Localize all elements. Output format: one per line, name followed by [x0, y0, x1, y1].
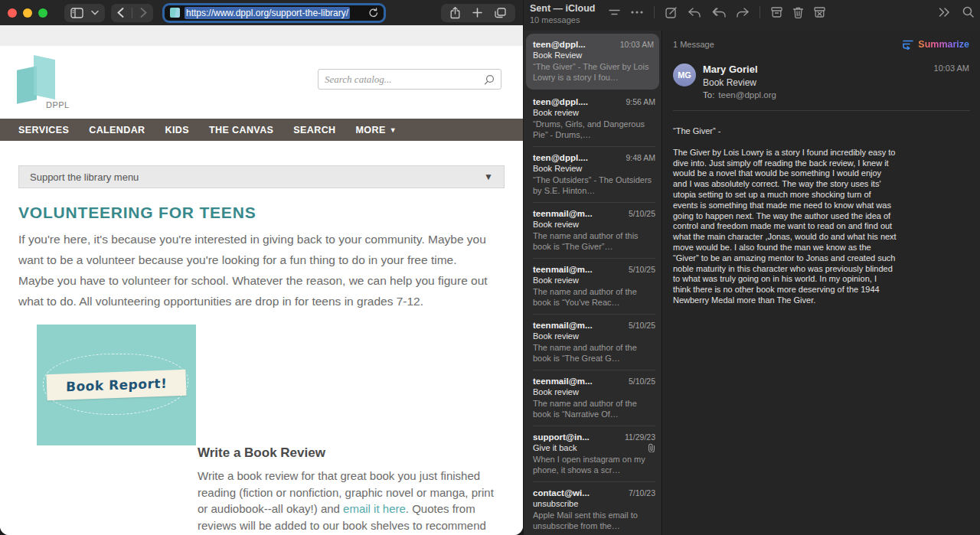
message-row[interactable]: teen@dppl....9:56 AM Book review “Drums,…	[524, 91, 662, 147]
site-nav: SERVICES CALENDAR KIDS THE CANVAS SEARCH…	[0, 119, 523, 141]
toolbar-divider	[132, 8, 132, 18]
close-window-button[interactable]	[8, 8, 17, 18]
dropdown-arrow-icon: ▼	[484, 171, 493, 182]
section-menu-label: Support the library menu	[30, 171, 139, 183]
dppl-logo[interactable]: DPPL	[17, 57, 64, 105]
search-icon[interactable]	[484, 74, 495, 85]
message-time: 5/10/25	[629, 265, 655, 274]
book-review-section: Book Report! Write a Book Review Write a…	[0, 325, 523, 535]
to-label: To:	[703, 90, 714, 99]
email-it-here-link[interactable]: email it here	[343, 502, 406, 515]
message-row[interactable]: teenmail@m...5/10/25 Book review The nam…	[524, 370, 662, 426]
message-sender: teen@dppl....	[533, 97, 588, 106]
message-body: “The Giver” - The Giver by Lois Lowry is…	[663, 111, 897, 306]
message-sender: support@in...	[533, 432, 590, 442]
message-header: MG Mary Goriel Book Review To:teen@dppl.…	[663, 50, 980, 99]
sidebar-toggle-icon[interactable]	[70, 8, 83, 18]
mail-window: Sent — iCloud 10 messages	[524, 0, 980, 535]
reply-icon[interactable]	[688, 8, 701, 18]
message-preview: The name and author of the book is “The …	[533, 342, 655, 364]
book-review-text: Write a book review for that great book …	[198, 468, 504, 535]
book-report-banner: Book Report!	[46, 370, 186, 400]
share-icon[interactable]	[450, 7, 460, 19]
toolbar-divider	[654, 6, 655, 18]
mailbox-title: Sent — iCloud	[530, 3, 595, 15]
message-list[interactable]: teen@dppl...10:03 AM Book Review “The Gi…	[524, 31, 662, 535]
site-header: DPPL	[0, 46, 523, 119]
recipient-line: To:teen@dppl.org	[703, 90, 934, 99]
message-preview: The name and author of this book is “The…	[533, 230, 655, 252]
more-actions-icon[interactable]	[631, 11, 643, 14]
message-row[interactable]: teenmail@m...5/10/25 Book review The nam…	[524, 315, 662, 370]
safari-window: https://www.dppl.org/support-the-library…	[0, 0, 523, 535]
message-header-main: Mary Goriel Book Review To:teen@dppl.org	[703, 64, 934, 99]
message-time: 11/29/23	[625, 432, 655, 442]
tab-overview-icon[interactable]	[495, 8, 506, 18]
nav-item-services[interactable]: SERVICES	[18, 125, 69, 135]
message-row-selected[interactable]: teen@dppl...10:03 AM Book Review “The Gi…	[526, 34, 659, 90]
message-preview: “The Giver” - The Giver by Lois Lowry is…	[533, 61, 654, 83]
message-sender: teenmail@m...	[533, 321, 593, 330]
reload-icon[interactable]	[369, 8, 378, 18]
to-address[interactable]: teen@dppl.org	[718, 90, 776, 99]
message-time: 9:56 AM	[626, 97, 655, 106]
mailbox-count: 10 messages	[530, 15, 595, 26]
message-time: 7/10/23	[629, 488, 655, 497]
archive-icon[interactable]	[771, 7, 782, 18]
message-row[interactable]: teen@dppl....9:48 AM Book Review “The Ou…	[524, 147, 662, 203]
summarize-button[interactable]: Summarize	[902, 39, 969, 50]
message-subject: unsubscribe	[533, 499, 578, 508]
url-text[interactable]: https://www.dppl.org/support-the-library…	[185, 7, 350, 19]
message-preview: The name and author of the book is “You'…	[533, 286, 655, 308]
attachment-paperclip-icon	[648, 443, 655, 452]
chevron-down-icon[interactable]	[91, 10, 99, 15]
message-time: 10:03 AM	[620, 40, 654, 49]
window-controls	[8, 8, 47, 18]
message-preview: “The Outsiders” - The Outsiders by S.E. …	[533, 175, 655, 196]
back-button[interactable]	[117, 8, 124, 18]
message-subject: Book review	[533, 108, 579, 117]
junk-icon[interactable]	[814, 7, 825, 18]
nav-item-more[interactable]: MORE ▼	[356, 125, 397, 135]
forward-icon[interactable]	[737, 8, 749, 18]
filter-icon[interactable]	[609, 8, 620, 17]
nav-item-calendar[interactable]: CALENDAR	[89, 125, 145, 135]
reading-pane: 1 Message Summarize MG Mary Goriel Book …	[663, 31, 980, 535]
message-row[interactable]: contact@wi...7/10/23 unsubscribe Apple M…	[524, 482, 662, 535]
message-preview: Apple Mail sent this email to unsubscrib…	[533, 510, 655, 531]
reading-pane-top: 1 Message Summarize	[663, 31, 980, 50]
catalog-search[interactable]	[318, 69, 501, 90]
logo-label: DPPL	[46, 100, 70, 109]
compose-icon[interactable]	[665, 7, 678, 18]
trash-icon[interactable]	[793, 7, 803, 18]
message-sender: teenmail@m...	[533, 377, 593, 386]
new-tab-icon[interactable]	[472, 8, 482, 18]
minimize-window-button[interactable]	[23, 8, 32, 18]
message-subject: Give it back	[533, 443, 577, 452]
toolbar-divider	[760, 6, 760, 18]
overflow-chevrons-icon[interactable]	[939, 8, 950, 17]
message-time: 10:03 AM	[934, 64, 969, 99]
history-controls	[111, 4, 153, 22]
message-row[interactable]: teenmail@m...5/10/25 Book review The nam…	[524, 259, 662, 315]
nav-item-the-canvas[interactable]: THE CANVAS	[209, 125, 273, 135]
page-top-band	[0, 25, 523, 46]
address-bar[interactable]: https://www.dppl.org/support-the-library…	[162, 3, 386, 23]
page-title: VOLUNTEERING FOR TEENS	[18, 204, 505, 222]
message-body-heading: “The Giver” -	[673, 126, 897, 137]
mail-toolbar-icons	[609, 6, 825, 18]
message-row[interactable]: support@in...11/29/23 Give it back When …	[524, 426, 662, 482]
book-report-image: Book Report!	[37, 325, 196, 445]
zoom-window-button[interactable]	[38, 8, 47, 18]
nav-item-kids[interactable]: KIDS	[165, 125, 189, 135]
mail-search-icon[interactable]	[962, 6, 974, 18]
catalog-search-input[interactable]	[325, 73, 484, 86]
nav-item-search[interactable]: SEARCH	[293, 125, 335, 135]
avatar: MG	[673, 64, 696, 86]
message-sender: teenmail@m...	[533, 209, 593, 218]
forward-button[interactable]	[140, 8, 147, 18]
message-row[interactable]: teenmail@m...5/10/25 Book review The nam…	[524, 203, 662, 259]
book-report-banner-label: Book Report!	[66, 376, 168, 395]
reply-all-icon[interactable]	[711, 8, 726, 18]
section-menu-dropdown[interactable]: Support the library menu ▼	[18, 165, 505, 188]
